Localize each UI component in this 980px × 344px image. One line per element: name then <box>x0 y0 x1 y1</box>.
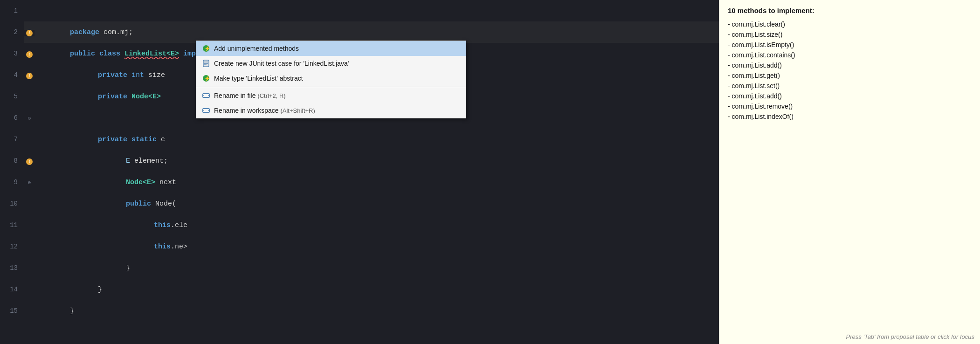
line-number-6: 6 <box>0 107 24 129</box>
code-line-10: 10 this.ele <box>0 193 719 214</box>
menu-item-rename-workspace[interactable]: Rename in workspace (Alt+Shift+R) <box>196 103 466 118</box>
menu-label-rename-file: Rename in file (Ctrl+2, R) <box>214 92 460 99</box>
line-number-14: 14 <box>0 279 24 300</box>
menu-item-make-abstract[interactable]: ⚡ Make type 'LinkedList' abstract <box>196 71 466 86</box>
info-method-3: - com.mj.List.contains() <box>728 50 972 60</box>
line-number-1: 1 <box>0 0 24 21</box>
code-line-13: 13 } <box>0 257 719 279</box>
line-number-13: 13 <box>0 257 24 279</box>
line-number-10: 10 <box>0 193 24 214</box>
info-panel-footer: Press 'Tab' from proposal table or click… <box>846 333 974 340</box>
warning-icon-8[interactable]: ! <box>26 158 33 165</box>
line-number-11: 11 <box>0 214 24 236</box>
menu-item-create-junit[interactable]: Create new JUnit test case for 'LinkedLi… <box>196 56 466 71</box>
info-method-7: - com.mj.List.add() <box>728 91 972 101</box>
rename-file-icon <box>202 91 210 100</box>
rename-workspace-icon <box>202 106 210 115</box>
line-number-12: 12 <box>0 236 24 257</box>
line-number-3: 3 <box>0 43 24 64</box>
info-panel: 10 methods to implement: - com.mj.List.c… <box>719 0 980 344</box>
warning-icon-2[interactable]: ! <box>26 30 33 36</box>
line-number-15: 15 <box>0 300 24 322</box>
add-unimplemented-icon: ⚡ <box>202 44 210 53</box>
line-number-4: 4 <box>0 64 24 86</box>
svg-text:⚡: ⚡ <box>204 75 210 82</box>
code-line-7: 7 E element; <box>0 129 719 150</box>
info-method-6: - com.mj.List.set() <box>728 81 972 91</box>
gutter-2: ! <box>24 30 35 36</box>
gutter-3: ! <box>24 51 35 58</box>
menu-divider-1 <box>196 87 466 87</box>
line-number-5: 5 <box>0 86 24 107</box>
fold-arrow-9[interactable]: ⊖ <box>28 172 31 193</box>
fold-arrow-6[interactable]: ⊖ <box>28 108 31 129</box>
menu-item-rename-file[interactable]: Rename in file (Ctrl+2, R) <box>196 88 466 103</box>
code-line-9: 9 ⊖ public Node( <box>0 172 719 193</box>
code-area: 1 package com.mj; 2 ! public class Linke… <box>0 0 719 344</box>
code-line-1: 1 package com.mj; <box>0 0 719 21</box>
make-abstract-icon: ⚡ <box>202 74 210 83</box>
gutter-8: ! <box>24 158 35 165</box>
code-line-11: 11 this.ne> <box>0 214 719 236</box>
info-panel-methods: - com.mj.List.clear() - com.mj.List.size… <box>728 19 972 122</box>
code-line-12: 12 } <box>0 236 719 257</box>
info-method-0: - com.mj.List.clear() <box>728 19 972 29</box>
info-method-8: - com.mj.List.remove() <box>728 101 972 111</box>
svg-text:⚡: ⚡ <box>204 45 210 52</box>
info-method-2: - com.mj.List.isEmpty() <box>728 40 972 50</box>
info-method-1: - com.mj.List.size() <box>728 29 972 40</box>
menu-label-rename-workspace: Rename in workspace (Alt+Shift+R) <box>214 107 460 114</box>
line-number-2: 2 <box>0 21 24 43</box>
code-line-15: 15 <box>0 300 719 322</box>
warning-icon-4[interactable]: ! <box>26 73 33 79</box>
editor-container: 1 package com.mj; 2 ! public class Linke… <box>0 0 980 344</box>
code-line-2: 2 ! public class LinkedList<E> implement… <box>0 21 719 43</box>
menu-label-make-abstract: Make type 'LinkedList' abstract <box>214 75 460 82</box>
context-menu: ⚡ Add unimplemented methods Create new J… <box>196 41 466 118</box>
code-line-8: 8 ! Node<E> next <box>0 150 719 172</box>
gutter-9: ⊖ <box>24 172 35 193</box>
line-number-8: 8 <box>0 150 24 172</box>
menu-label-add-unimplemented: Add unimplemented methods <box>214 45 460 52</box>
menu-label-create-junit: Create new JUnit test case for 'LinkedLi… <box>214 60 460 67</box>
info-method-5: - com.mj.List.get() <box>728 70 972 81</box>
gutter-4: ! <box>24 73 35 79</box>
info-method-9: - com.mj.List.indexOf() <box>728 111 972 122</box>
code-line-14: 14 } <box>0 279 719 300</box>
line-number-7: 7 <box>0 129 24 150</box>
line-number-9: 9 <box>0 172 24 193</box>
create-junit-icon <box>202 59 210 68</box>
info-panel-title: 10 methods to implement: <box>728 7 972 14</box>
gutter-6: ⊖ <box>24 108 35 129</box>
menu-item-add-unimplemented[interactable]: ⚡ Add unimplemented methods <box>196 41 466 56</box>
warning-icon-3[interactable]: ! <box>26 51 33 58</box>
info-method-4: - com.mj.List.add() <box>728 60 972 70</box>
